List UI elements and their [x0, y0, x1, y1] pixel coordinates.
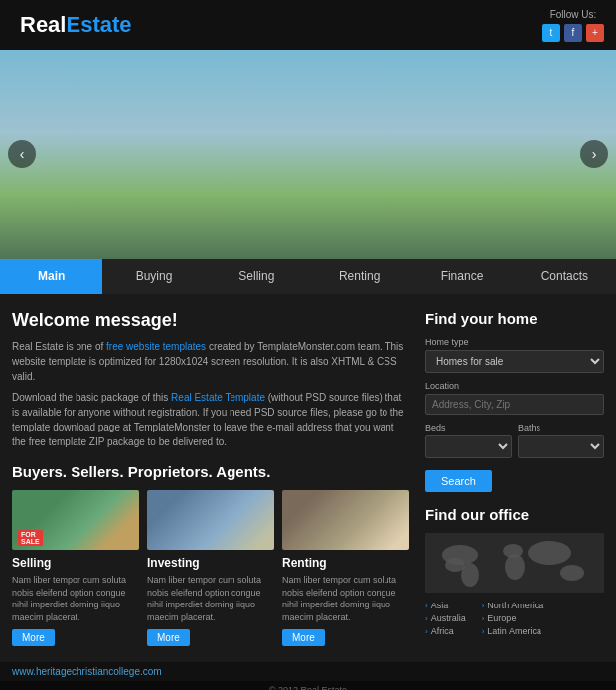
card-image-renting	[282, 490, 409, 550]
card-title-selling: Selling	[12, 556, 139, 570]
footer-copy-text: © 2012 Real Estate	[269, 685, 347, 690]
region-label-europe: Europe	[487, 613, 516, 623]
beds-baths-row: Beds 1+ 2+ 3+ Baths 1+ 2+	[425, 423, 604, 466]
region-africa: › Africa	[425, 626, 466, 636]
more-button-renting[interactable]: More	[282, 629, 325, 646]
home-type-label: Home type	[425, 337, 604, 347]
logo-estate: Estate	[66, 12, 131, 37]
footer-copyright: © 2012 Real Estate Website Template by T…	[0, 681, 616, 690]
region-col-left: › Asia › Australia › Africa	[425, 601, 466, 636]
home-type-group: Home type Homes for sale Apartments Cond…	[425, 337, 604, 373]
svg-point-7	[560, 565, 584, 581]
nav-buying[interactable]: Buying	[102, 259, 205, 294]
real-estate-template-link[interactable]: Real Estate Template	[171, 392, 265, 403]
googleplus-icon[interactable]: +	[586, 24, 604, 42]
region-australia: › Australia	[425, 613, 466, 623]
region-arrow-africa: ›	[425, 627, 428, 636]
baths-group: Baths 1+ 2+	[518, 423, 604, 458]
nav-main[interactable]: Main	[0, 259, 102, 294]
svg-point-3	[461, 563, 479, 587]
card-selling: FORSALE Selling Nam liber tempor cum sol…	[12, 490, 139, 646]
card-text-renting: Nam liber tempor cum soluta nobis eleife…	[282, 574, 409, 623]
region-label-asia: Asia	[431, 601, 449, 610]
hero-next-arrow[interactable]: ›	[580, 140, 608, 168]
region-arrow-asia: ›	[425, 602, 428, 610]
hero-overlay	[0, 50, 616, 259]
free-templates-link[interactable]: free website templates	[106, 341, 206, 352]
hero-banner: ‹ ›	[0, 50, 616, 259]
follow-us-section: Follow Us: t f +	[542, 9, 604, 42]
footer-bar: www.heritagechristiancollege.com	[0, 662, 616, 681]
region-col-right: › North America › Europe › Latin America	[482, 601, 544, 636]
card-image-investing	[147, 490, 274, 550]
nav-renting[interactable]: Renting	[308, 259, 410, 294]
card-image-selling: FORSALE	[12, 490, 139, 550]
region-arrow-australia: ›	[425, 614, 428, 623]
hero-prev-arrow[interactable]: ‹	[8, 140, 36, 168]
card-investing: Investing Nam liber tempor cum soluta no…	[147, 490, 274, 646]
region-label-africa: Africa	[431, 626, 454, 636]
find-office-title: Find our office	[425, 506, 604, 523]
card-text-investing: Nam liber tempor cum soluta nobis eleife…	[147, 574, 274, 623]
facebook-icon[interactable]: f	[564, 24, 582, 42]
property-cards: FORSALE Selling Nam liber tempor cum sol…	[12, 490, 409, 646]
location-label: Location	[425, 381, 604, 391]
region-label-north-america: North America	[487, 601, 543, 610]
regions-list: › Asia › Australia › Africa › No	[425, 601, 604, 636]
region-asia: › Asia	[425, 601, 466, 610]
find-office-section: Find our office	[425, 506, 604, 636]
location-input[interactable]	[425, 394, 604, 415]
follow-label: Follow Us:	[542, 9, 604, 20]
header: RealEstate Follow Us: t f +	[0, 0, 616, 50]
baths-label: Baths	[518, 423, 604, 432]
main-content: Welcome message! Real Estate is one of f…	[0, 294, 616, 662]
baths-select[interactable]: 1+ 2+	[518, 435, 604, 458]
find-home-title: Find your home	[425, 310, 604, 327]
main-nav: Main Buying Selling Renting Finance Cont…	[0, 259, 616, 294]
card-title-investing: Investing	[147, 556, 274, 570]
content-left: Welcome message! Real Estate is one of f…	[12, 310, 425, 646]
welcome-title: Welcome message!	[12, 310, 409, 331]
location-group: Location	[425, 381, 604, 415]
region-arrow-latin-america: ›	[482, 627, 485, 636]
region-arrow-europe: ›	[482, 614, 485, 623]
card-renting: Renting Nam liber tempor cum soluta nobi…	[282, 490, 409, 646]
welcome-text-1: Real Estate is one of free website templ…	[12, 339, 409, 384]
region-north-america: › North America	[482, 601, 544, 610]
twitter-icon[interactable]: t	[542, 24, 560, 42]
card-text-selling: Nam liber tempor cum soluta nobis eleife…	[12, 574, 139, 623]
svg-point-5	[505, 554, 525, 580]
more-button-investing[interactable]: More	[147, 629, 190, 646]
logo-real: Real	[20, 12, 66, 37]
welcome-text-2: Download the basic package of this Real …	[12, 390, 409, 449]
world-map	[425, 533, 604, 593]
right-sidebar: Find your home Home type Homes for sale …	[425, 310, 604, 646]
region-label-australia: Australia	[431, 613, 466, 623]
beds-select[interactable]: 1+ 2+ 3+	[425, 435, 512, 458]
logo: RealEstate	[12, 8, 140, 42]
region-arrow-north-america: ›	[482, 602, 485, 610]
svg-point-6	[528, 541, 571, 565]
search-button[interactable]: Search	[425, 470, 492, 492]
for-sale-sign: FORSALE	[18, 530, 43, 546]
home-type-select[interactable]: Homes for sale Apartments Condos	[425, 350, 604, 373]
social-icons: t f +	[542, 24, 604, 42]
nav-finance[interactable]: Finance	[410, 259, 513, 294]
nav-contacts[interactable]: Contacts	[514, 259, 616, 294]
footer-url: www.heritagechristiancollege.com	[12, 666, 162, 677]
region-europe: › Europe	[482, 613, 544, 623]
region-label-latin-america: Latin America	[487, 626, 541, 636]
buyers-section-title: Buyers. Sellers. Proprietors. Agents.	[12, 463, 409, 480]
region-latin-america: › Latin America	[482, 626, 544, 636]
more-button-selling[interactable]: More	[12, 629, 55, 646]
card-title-renting: Renting	[282, 556, 409, 570]
beds-group: Beds 1+ 2+ 3+	[425, 423, 512, 458]
nav-selling[interactable]: Selling	[206, 259, 308, 294]
beds-label: Beds	[425, 423, 512, 432]
